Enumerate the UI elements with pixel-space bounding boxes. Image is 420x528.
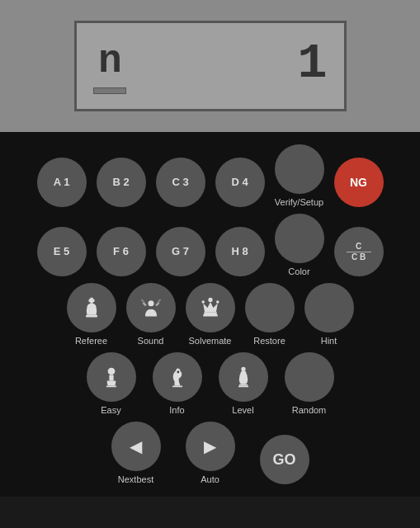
btn-f6[interactable]: F 6	[97, 227, 146, 276]
svg-rect-12	[106, 386, 116, 388]
btn-c3-label: C 3	[172, 176, 188, 189]
svg-point-10	[107, 368, 115, 375]
btn-group-solvemate: Solvemate	[186, 283, 235, 346]
btn-auto[interactable]: ▶	[186, 422, 235, 471]
button-row-5: ◀ Nextbest ▶ Auto GO	[8, 422, 412, 484]
color-label: Color	[288, 266, 309, 276]
svg-rect-9	[203, 314, 218, 317]
controls-area: A 1 B 2 C 3 D 4 Verify/Setup NG	[0, 132, 420, 497]
btn-c3[interactable]: C 3	[156, 158, 205, 207]
svg-rect-11	[109, 375, 113, 380]
btn-color[interactable]	[275, 214, 324, 263]
svg-rect-18	[242, 368, 245, 370]
btn-group-color: Color	[275, 214, 324, 276]
btn-group-ng: NG	[334, 158, 384, 207]
referee-icon	[80, 296, 103, 319]
level-label: Level	[232, 405, 253, 415]
svg-rect-1	[88, 299, 94, 303]
solvemate-icon	[199, 296, 222, 319]
btn-nextbest[interactable]: ◀	[111, 422, 161, 471]
button-row-1: A 1 B 2 C 3 D 4 Verify/Setup NG	[8, 144, 412, 207]
btn-h8-label: H 8	[231, 245, 248, 258]
svg-point-14	[177, 371, 179, 374]
btn-solvemate[interactable]	[186, 283, 235, 332]
button-row-3: Referee Sound	[8, 283, 412, 346]
restore-label: Restore	[253, 336, 286, 346]
btn-random[interactable]	[285, 352, 334, 402]
button-row-4: Easy Info	[8, 352, 412, 415]
btn-go-label: GO	[272, 451, 295, 469]
auto-label: Auto	[201, 474, 219, 484]
btn-b2-label: B 2	[112, 176, 129, 189]
random-label: Random	[292, 405, 327, 415]
btn-g7[interactable]: G 7	[156, 227, 205, 276]
btn-group-go: GO	[260, 435, 309, 484]
svg-point-7	[216, 300, 219, 304]
btn-group-d4: D 4	[215, 158, 265, 207]
display-left: n	[93, 39, 126, 94]
btn-group-restore: Restore	[245, 283, 295, 346]
btn-e5[interactable]: E 5	[37, 227, 87, 276]
btn-info[interactable]	[153, 352, 202, 402]
info-label: Info	[169, 405, 184, 415]
btn-hint[interactable]	[304, 283, 354, 332]
button-row-2: E 5 F 6 G 7 H 8 Color C C B	[8, 214, 412, 276]
btn-a1-label: A 1	[54, 176, 70, 189]
svg-rect-13	[172, 386, 182, 388]
btn-ccb-top: C	[356, 242, 361, 252]
btn-group-easy: Easy	[87, 352, 136, 415]
svg-point-5	[208, 298, 212, 302]
level-icon	[232, 365, 255, 389]
btn-f6-label: F 6	[113, 245, 129, 258]
btn-e5-label: E 5	[54, 245, 70, 258]
info-icon	[166, 365, 189, 389]
btn-easy[interactable]	[87, 352, 136, 402]
nextbest-label: Nextbest	[118, 474, 153, 484]
segment-bar	[93, 87, 126, 94]
svg-point-4	[148, 300, 153, 306]
svg-rect-16	[238, 384, 248, 386]
btn-d4-label: D 4	[231, 176, 248, 189]
display-area: n 1	[0, 0, 420, 132]
btn-group-g7: G 7	[156, 227, 205, 276]
btn-ccb[interactable]: C C B	[334, 227, 384, 276]
easy-label: Easy	[101, 405, 120, 415]
svg-rect-17	[238, 386, 248, 388]
btn-level[interactable]	[219, 352, 268, 402]
btn-ccb-bot: C B	[352, 252, 366, 262]
right-digit: 1	[297, 35, 327, 92]
btn-ng-label: NG	[350, 176, 367, 190]
btn-go[interactable]: GO	[260, 435, 309, 484]
svg-point-6	[201, 300, 205, 304]
btn-verify-setup[interactable]	[275, 144, 324, 194]
btn-group-sound: Sound	[126, 283, 176, 346]
btn-ng[interactable]: NG	[334, 158, 384, 207]
btn-d4[interactable]: D 4	[215, 158, 265, 207]
btn-sound[interactable]	[126, 283, 176, 332]
btn-h8[interactable]: H 8	[215, 227, 265, 276]
display-screen: n 1	[74, 21, 347, 111]
sound-icon	[139, 296, 163, 319]
svg-rect-3	[86, 315, 97, 318]
solvemate-label: Solvemate	[189, 336, 232, 346]
btn-a1[interactable]: A 1	[37, 158, 87, 207]
btn-group-info: Info	[153, 352, 202, 415]
svg-rect-8	[204, 312, 217, 314]
btn-referee[interactable]	[67, 283, 116, 332]
verify-setup-label: Verify/Setup	[275, 197, 323, 207]
btn-restore[interactable]	[245, 283, 295, 332]
btn-group-referee: Referee	[67, 283, 116, 346]
btn-b2[interactable]: B 2	[97, 158, 146, 207]
btn-group-auto: ▶ Auto	[186, 422, 235, 484]
btn-group-h8: H 8	[215, 227, 265, 276]
referee-label: Referee	[75, 336, 107, 346]
btn-group-nextbest: ◀ Nextbest	[111, 422, 161, 484]
left-digit: n	[98, 39, 120, 83]
btn-group-e5: E 5	[37, 227, 87, 276]
btn-group-b2: B 2	[97, 158, 146, 207]
btn-group-ccb: C C B	[334, 227, 384, 276]
btn-group-c3: C 3	[156, 158, 205, 207]
btn-g7-label: G 7	[172, 245, 189, 258]
sound-label: Sound	[138, 336, 164, 346]
btn-group-level: Level	[219, 352, 268, 415]
